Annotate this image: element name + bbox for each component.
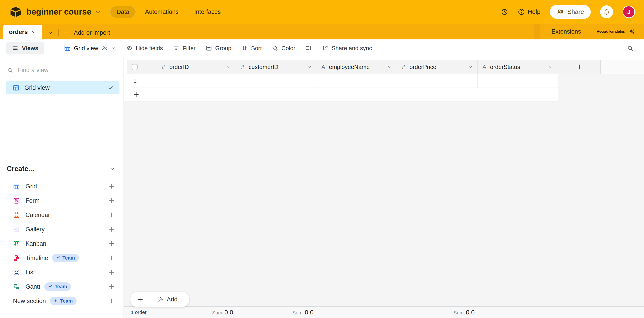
column-name: orderStatus (490, 64, 520, 71)
column-header-orderStatus[interactable]: A orderStatus (478, 60, 558, 74)
grid-view-icon (64, 45, 71, 52)
filter-button[interactable]: Filter (173, 45, 196, 52)
column-header-orderID[interactable]: # orderID (127, 60, 236, 74)
sidebar-item-grid-view[interactable]: Grid view (6, 81, 120, 94)
color-label: Color (282, 45, 295, 52)
sum-label: Sum (292, 310, 302, 316)
current-view-button[interactable]: Grid view (64, 45, 116, 52)
cell-orderStatus[interactable] (478, 74, 558, 88)
column-chevron-down-icon[interactable] (387, 65, 392, 69)
plus-icon[interactable] (108, 283, 115, 290)
magic-wand-icon (157, 296, 164, 303)
create-item-label: Calendar (26, 212, 50, 219)
search-icon[interactable] (626, 45, 634, 52)
add-record-button[interactable] (130, 292, 150, 307)
create-item-form[interactable]: Form (0, 193, 124, 208)
record-templates-button[interactable]: Record templates (597, 28, 635, 35)
share-and-sync-button[interactable]: Share and sync (322, 45, 372, 52)
sum-customerID[interactable]: Sum 0.0 (292, 309, 314, 316)
views-label: Views (22, 45, 38, 52)
table-tab-orders[interactable]: orders (3, 25, 42, 40)
column-chevron-down-icon[interactable] (226, 65, 231, 69)
create-label: Create... (7, 165, 34, 173)
column-header-customerID[interactable]: # customerID (236, 60, 316, 74)
create-item-calendar[interactable]: 31 Calendar (0, 208, 124, 222)
hamburger-icon (12, 45, 18, 51)
add-records-label: Add... (167, 296, 182, 303)
hide-fields-button[interactable]: Hide fields (126, 45, 163, 52)
cell-orderPrice[interactable] (397, 74, 478, 88)
cell-employeeName[interactable] (316, 74, 397, 88)
plus-icon (576, 64, 583, 70)
text-field-icon: A (321, 64, 329, 71)
plus-icon[interactable] (108, 197, 115, 204)
help-icon (518, 8, 525, 16)
tab-data[interactable]: Data (110, 6, 136, 18)
column-chevron-down-icon[interactable] (307, 65, 312, 69)
plus-icon[interactable] (108, 298, 115, 304)
gantt-icon (13, 283, 20, 290)
create-item-kanban[interactable]: Kanban (0, 236, 124, 251)
notifications-button[interactable] (600, 5, 613, 18)
tab-interfaces[interactable]: Interfaces (188, 6, 228, 18)
sort-button[interactable]: Sort (241, 45, 262, 52)
plus-icon[interactable] (108, 240, 115, 247)
column-header-orderPrice[interactable]: # orderPrice (397, 60, 478, 74)
extensions-button[interactable]: Extensions (552, 28, 581, 35)
row-height-button[interactable] (305, 45, 312, 52)
record-count: 1 order (131, 309, 146, 315)
all-tables-chevron-down-icon[interactable] (48, 30, 53, 36)
plus-icon[interactable] (108, 226, 115, 233)
create-item-label: Grid (26, 183, 37, 190)
create-item-new-section[interactable]: New section Team (0, 294, 124, 308)
create-item-timeline[interactable]: Timeline Team (0, 251, 124, 265)
views-button[interactable]: Views (6, 42, 44, 55)
cell-customerID[interactable] (236, 74, 316, 88)
plus-icon[interactable] (108, 212, 115, 218)
airtable-logo-icon[interactable] (10, 7, 22, 17)
view-collaborators-icon (101, 45, 108, 51)
tab-automations[interactable]: Automations (138, 6, 185, 18)
record-templates-label: Record templates (597, 30, 625, 34)
svg-text:31: 31 (15, 214, 18, 217)
ai-add-records-button[interactable]: Add... (150, 292, 189, 307)
sum-label: Sum (212, 310, 222, 316)
create-item-grid[interactable]: Grid (0, 179, 124, 193)
workspace-chevron-down-icon[interactable] (95, 9, 101, 15)
top-nav: Data Automations Interfaces (110, 6, 228, 18)
column-header-employeeName[interactable]: A employeeName (316, 60, 397, 74)
create-item-label: Gallery (26, 226, 45, 233)
find-view-input[interactable] (18, 67, 117, 74)
add-row-button[interactable] (127, 88, 558, 101)
plus-icon[interactable] (108, 255, 115, 261)
history-icon[interactable] (501, 8, 508, 16)
column-name: orderPrice (410, 64, 436, 71)
create-item-gallery[interactable]: Gallery (0, 222, 124, 236)
sum-orderID[interactable]: Sum 0.0 (212, 309, 233, 316)
column-chevron-down-icon[interactable] (548, 65, 553, 69)
create-item-list[interactable]: List (0, 265, 124, 279)
column-chevron-down-icon[interactable] (468, 65, 473, 69)
table-tab-chevron-down-icon[interactable] (31, 30, 36, 35)
workspace-title[interactable]: beginner course (26, 7, 92, 17)
create-section-header[interactable]: Create... (7, 165, 116, 173)
select-all-checkbox[interactable] (132, 64, 138, 70)
column-name: employeeName (329, 64, 370, 71)
group-icon (206, 45, 212, 52)
plus-icon[interactable] (108, 269, 115, 276)
share-and-sync-label: Share and sync (332, 45, 372, 52)
cell-orderID[interactable]: 1 (127, 74, 236, 88)
avatar[interactable]: J (622, 6, 635, 18)
table-tab-bar: orders Add or import Extensions Record t… (0, 24, 644, 40)
top-bar: beginner course Data Automations Interfa… (0, 0, 644, 24)
sort-icon (241, 45, 248, 52)
add-or-import-button[interactable]: Add or import (64, 29, 110, 36)
create-item-gantt[interactable]: Gantt Team (0, 279, 124, 294)
group-button[interactable]: Group (206, 45, 231, 52)
plus-icon[interactable] (108, 183, 115, 190)
color-button[interactable]: Color (272, 45, 295, 52)
help-button[interactable]: Help (518, 8, 540, 16)
share-button[interactable]: Share (550, 5, 591, 19)
add-field-button[interactable] (558, 60, 600, 74)
sum-orderPrice[interactable]: Sum 0.0 (454, 309, 474, 316)
